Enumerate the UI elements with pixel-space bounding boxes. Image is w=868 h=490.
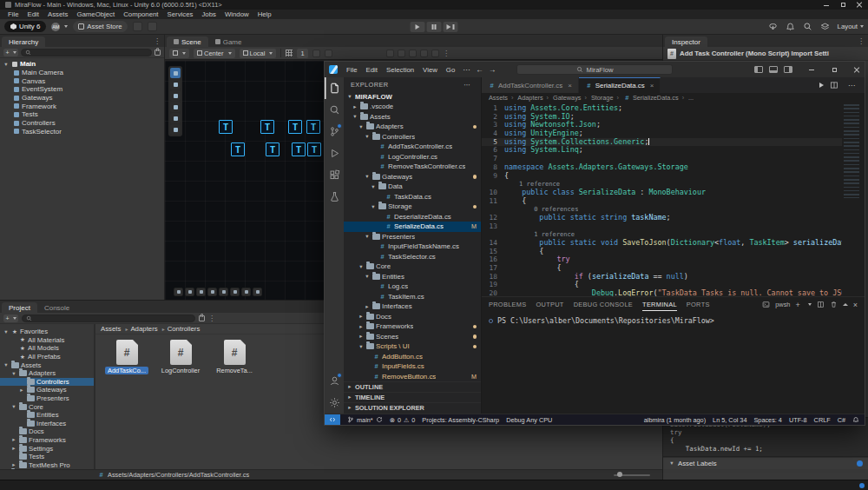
language-status[interactable]: C#	[838, 416, 845, 424]
scene-text-object[interactable]: T	[288, 120, 302, 134]
gizmos-toggle-icon[interactable]	[431, 50, 439, 57]
rotate-tool-icon[interactable]	[170, 90, 181, 101]
close-panel-icon[interactable]	[853, 301, 858, 309]
scene-text-object[interactable]: T	[260, 120, 274, 134]
project-tree-item-all-materials[interactable]: All Materials	[0, 336, 94, 345]
explorer-folder-presenters[interactable]: Presenters	[344, 232, 481, 242]
labels-button-icon[interactable]	[857, 460, 863, 467]
close-icon[interactable]	[650, 82, 654, 89]
run-button-icon[interactable]	[819, 83, 824, 88]
project-tree-item-core[interactable]: Core	[0, 402, 94, 411]
unity-menu-help[interactable]: Help	[253, 10, 276, 18]
run-debug-icon[interactable]	[325, 142, 344, 164]
section-outline[interactable]: OUTLINE	[344, 381, 481, 392]
minimize-icon[interactable]	[823, 2, 830, 9]
explorer-folder-scenes[interactable]: Scenes	[344, 332, 481, 342]
hierarchy-item-framework[interactable]: Framework	[0, 102, 164, 110]
explorer-folder-storage[interactable]: Storage	[344, 202, 481, 212]
tab-hierarchy[interactable]: Hierarchy	[2, 36, 45, 47]
scene-text-object[interactable]: T	[219, 120, 233, 134]
snap-move-icon[interactable]	[312, 50, 320, 57]
explorer-file-inputfields.cs[interactable]: InputFields.cs	[344, 361, 481, 372]
explorer-folder-core[interactable]: Core	[344, 262, 481, 272]
project-status[interactable]: Projects: Assembly-CSharp	[422, 416, 499, 424]
scene-tool-icon[interactable]	[185, 288, 194, 296]
explorer-folder-data[interactable]: Data	[344, 182, 481, 192]
create-asset-button[interactable]	[3, 315, 18, 322]
panel-menu-icon[interactable]	[208, 315, 215, 322]
explorer-folder-assets[interactable]: Assets	[344, 112, 481, 122]
asset-store-button[interactable]: Asset Store	[73, 21, 127, 32]
back-arrow-icon[interactable]	[473, 65, 486, 74]
unity-version-badge[interactable]: Unity 6	[4, 21, 46, 32]
breadcrumb-item[interactable]: Assets	[489, 94, 508, 102]
project-tree-item-all-models[interactable]: All Models	[0, 344, 94, 353]
asset-item-removeta...[interactable]: RemoveTa...	[210, 340, 259, 376]
panel-menu-icon[interactable]	[154, 37, 161, 45]
explorer-root-folder[interactable]: MIRAFLOW	[344, 91, 481, 102]
explorer-file-addtaskcontroller.cs[interactable]: AddTaskController.cs	[344, 142, 481, 152]
close-icon[interactable]	[856, 2, 863, 9]
panel-tab-debug-console[interactable]: DEBUG CONSOLE	[574, 299, 633, 310]
tab-inspector[interactable]: Inspector	[665, 36, 707, 47]
close-icon[interactable]	[853, 66, 860, 73]
panel-tab-problems[interactable]: PROBLEMS	[489, 299, 526, 310]
tab-project[interactable]: Project	[2, 302, 37, 313]
explorer-folder-gateways[interactable]: Gateways	[344, 172, 481, 182]
chevron-down-icon[interactable]	[3, 62, 10, 68]
build-config-status[interactable]: Debug Any CPU	[506, 416, 552, 424]
cloud-status-icon[interactable]	[859, 483, 865, 488]
explorer-file-deserializedata.cs[interactable]: DeserializeData.cs	[344, 212, 481, 222]
hierarchy-item-taskselector[interactable]: TaskSelector	[0, 128, 164, 136]
search-icon[interactable]	[325, 99, 344, 121]
project-tree-item-presenters[interactable]: Presenters	[0, 394, 94, 403]
lighting-toggle-icon[interactable]	[386, 50, 394, 57]
explorer-file-removebutton.cs[interactable]: RemoveButton.csM	[344, 372, 481, 382]
scene-text-object[interactable]: T	[266, 142, 279, 156]
code-editor[interactable]: 1using Assets.Core.Entities;2using Syste…	[482, 103, 865, 296]
hierarchy-item-controllers[interactable]: Controllers	[0, 119, 164, 128]
pivot-dropdown[interactable]: Center	[194, 49, 235, 58]
effects-toggle-icon[interactable]	[409, 50, 417, 57]
unity-menu-services[interactable]: Services	[163, 10, 198, 18]
testing-flask-icon[interactable]	[325, 186, 344, 208]
tab-game[interactable]: Game	[208, 36, 249, 47]
explorer-folder-docs[interactable]: Docs	[344, 312, 481, 322]
layout-dropdown[interactable]: Layout	[838, 23, 864, 30]
toggle-secondary-sidebar-icon[interactable]	[784, 66, 792, 73]
section-timeline[interactable]: TIMELINE	[344, 392, 481, 402]
project-breadcrumb-item[interactable]: Adapters	[122, 325, 157, 333]
vscode-menu-view[interactable]: View	[418, 66, 442, 74]
settings-gear-icon[interactable]	[325, 392, 344, 414]
remote-indicator[interactable]	[325, 414, 340, 425]
scene-tool-icon[interactable]	[253, 288, 262, 296]
maximize-icon[interactable]	[839, 2, 846, 9]
grid-visibility-icon[interactable]	[286, 50, 293, 56]
minimize-icon[interactable]	[808, 66, 815, 73]
explorer-icon[interactable]	[325, 77, 344, 99]
snap-tool-icon[interactable]	[148, 22, 157, 31]
vscode-menu-go[interactable]: Go	[442, 66, 459, 74]
grid-tool-icon[interactable]	[133, 22, 142, 31]
vscode-menu-edit[interactable]: Edit	[362, 66, 382, 74]
chevron-down-icon[interactable]	[808, 303, 812, 306]
panel-tab-output[interactable]: OUTPUT	[536, 299, 563, 310]
split-editor-icon[interactable]	[830, 81, 838, 89]
scene-tool-icon[interactable]	[241, 288, 251, 296]
tab-scene[interactable]: Scene	[167, 36, 208, 47]
unity-menu-component[interactable]: Component	[119, 10, 162, 18]
transform-tool-icon[interactable]	[170, 124, 181, 135]
explorer-folder-scripts-ui[interactable]: Scripts \ UI	[344, 341, 481, 352]
maximize-panel-icon[interactable]	[843, 303, 848, 306]
unity-menu-assets[interactable]: Assets	[43, 10, 72, 18]
command-center-search[interactable]: MiraFlow	[516, 64, 673, 75]
unity-menu-edit[interactable]: Edit	[23, 10, 43, 18]
encoding-status[interactable]: UTF-8	[789, 416, 807, 424]
unity-menu-jobs[interactable]: Jobs	[197, 10, 220, 18]
explorer-file-addbutton.cs[interactable]: AddButton.cs	[344, 352, 481, 362]
explorer-file-log.cs[interactable]: Log.cs	[344, 281, 481, 292]
project-tree-item-frameworks[interactable]: Frameworks	[0, 436, 94, 445]
project-search-input[interactable]	[22, 315, 195, 322]
asset-item-addtaskco...[interactable]: AddTaskCo...	[102, 340, 151, 376]
scene-tool-icon[interactable]	[207, 288, 217, 296]
